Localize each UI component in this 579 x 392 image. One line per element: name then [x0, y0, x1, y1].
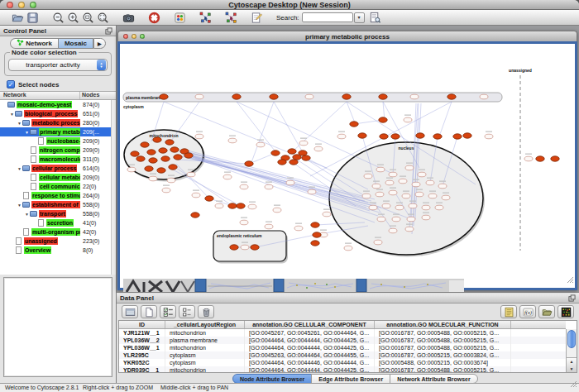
color-attribute-dropdown[interactable]: transporter activity ▲▼	[8, 59, 108, 71]
layout-network-2-icon[interactable]	[223, 11, 238, 25]
network-node-unselected	[372, 184, 380, 189]
zoom-selected-icon[interactable]	[80, 11, 95, 25]
tree-row[interactable]: response to stimulu264(0)	[0, 191, 116, 200]
table-row[interactable]: YDR039C__1mitochondrion[GO:0044464, GO:0…	[119, 366, 566, 372]
network-graph[interactable]: plasma membranecytoplasmmitochondrionnuc…	[120, 44, 575, 288]
table-row[interactable]: YPL036W__1mitochondrion[GO:0044464, GO:0…	[119, 344, 566, 351]
expander-icon[interactable]: ▼	[24, 212, 30, 217]
tree-row-count: 311(0)	[80, 156, 99, 162]
float-data-panel-icon[interactable]	[568, 294, 576, 302]
table-scrollbar[interactable]: ▲▼	[566, 329, 577, 372]
table-scrollbar-arrows[interactable]: ▲▼	[567, 357, 577, 372]
network-node-highlighted	[136, 156, 145, 161]
zoom-out-icon[interactable]	[50, 11, 65, 25]
attribute-list-icon[interactable]	[500, 305, 517, 318]
network-node-unselected	[422, 215, 430, 220]
search-input[interactable]	[302, 12, 353, 22]
control-panel-header: Control Panel	[0, 26, 116, 36]
tree-row[interactable]: ▼biological_process651(0)	[0, 109, 116, 118]
window-resize-grip-icon[interactable]	[570, 375, 577, 390]
tree-row[interactable]: ▼primary metabol209(...	[0, 127, 116, 136]
window-titlebar[interactable]: Cytoscape Desktop (New Session)	[0, 0, 579, 10]
tree-row[interactable]: unassigned223(0)	[0, 237, 116, 246]
select-nodes-checkbox[interactable]: ✓	[7, 80, 15, 88]
expander-icon[interactable]: ▼	[24, 130, 30, 135]
vizmapper-icon[interactable]	[172, 11, 187, 25]
annotation-icon[interactable]	[249, 11, 264, 25]
column-header[interactable]: ID	[119, 321, 165, 328]
save-icon[interactable]	[25, 11, 40, 25]
help-icon[interactable]	[146, 11, 161, 25]
column-header[interactable]: annotation.GO MOLECULAR_FUNCTION	[375, 321, 511, 328]
network-view-window[interactable]: primary metabolic process plasma membran…	[117, 31, 577, 290]
tree-row[interactable]: cellular metabol209(0)	[0, 173, 116, 182]
network-node-highlighted	[311, 222, 319, 227]
network-window-title: primary metabolic process	[118, 33, 577, 41]
function-builder-icon[interactable]: f(x)	[519, 305, 536, 318]
column-header[interactable]: annotation.GO CELLULAR_COMPONENT	[245, 321, 375, 328]
tab-overflow-arrow[interactable]: ▶	[93, 38, 106, 49]
table-row[interactable]: YJR121W__1mitochondrion[GO:0045267, GO:0…	[119, 329, 566, 337]
network-node-highlighted	[184, 153, 193, 158]
tree-row-label: response to stimulu	[31, 192, 80, 199]
import-folder-icon[interactable]	[538, 305, 555, 318]
zoom-in-icon[interactable]	[65, 11, 80, 25]
zoom-fit-icon[interactable]	[95, 11, 110, 25]
expander-icon[interactable]: ▼	[9, 112, 15, 117]
new-doc-icon[interactable]	[141, 305, 157, 318]
network-node-unselected	[215, 203, 223, 208]
table-icon[interactable]	[122, 305, 138, 318]
delete-icon[interactable]	[198, 305, 214, 318]
toolbar-group	[146, 11, 161, 25]
tree-row[interactable]: ▼metabolic process280(0)	[0, 118, 116, 127]
expander-icon[interactable]: ▼	[17, 203, 22, 208]
tree-row[interactable]: cell communicat22(0)	[0, 182, 116, 191]
search-dropdown-button[interactable]: ▾	[354, 12, 365, 23]
tree-row[interactable]: secretion41(0)	[0, 218, 116, 227]
matrix-icon[interactable]	[557, 305, 574, 318]
snapshot-icon[interactable]	[121, 11, 136, 25]
tree-row[interactable]: nucleobase-209(0)	[0, 136, 116, 146]
tree-row[interactable]: multi-organism pro42(0)	[0, 227, 116, 237]
network-node-highlighted	[379, 117, 387, 122]
expander-icon[interactable]: ▼	[17, 166, 22, 171]
table-row[interactable]: YKR052Ccytoplasm[GO:0044464, GO:0044446,…	[119, 359, 566, 366]
tree-row[interactable]: macromolecule311(0)	[0, 155, 116, 164]
tree-row[interactable]: nitrogen compo209(0)	[0, 146, 116, 155]
select-columns-icon[interactable]	[179, 305, 195, 318]
tree-row-label: nitrogen compo	[39, 146, 80, 154]
tree-row[interactable]: ▼transport558(0)	[0, 209, 116, 218]
tree-row[interactable]: mosaic-demo-yeast874(0)	[0, 100, 116, 109]
table-row[interactable]: YLR295Ccytoplasm[GO:0045263, GO:0044464,…	[119, 351, 566, 359]
network-node-unselected	[240, 220, 248, 225]
expander-icon[interactable]: ▼	[17, 121, 22, 126]
table-cell: cytoplasm	[165, 351, 245, 359]
layout-network-icon[interactable]	[198, 11, 213, 25]
tab-mosaic[interactable]: Mosaic	[58, 38, 93, 49]
network-node-unselected	[410, 94, 419, 99]
network-window-titlebar[interactable]: primary metabolic process	[117, 31, 577, 41]
birds-eye-view[interactable]	[3, 277, 112, 377]
browser-tabs-row: Node Attribute BrowserEdge Attribute Bro…	[117, 373, 579, 383]
file-icon	[31, 183, 36, 190]
tree-row[interactable]: ▼establishment of lo558(0)	[0, 200, 116, 209]
tab-network[interactable]: Network	[10, 38, 58, 49]
tree-row[interactable]: ▼cellular process614(0)	[0, 164, 116, 173]
network-node-unselected	[362, 194, 371, 198]
tree-scrollbar[interactable]	[111, 100, 116, 275]
tree-row-count: 209(0)	[80, 147, 99, 153]
toolbar-group	[172, 11, 187, 25]
network-node-unselected	[376, 192, 384, 197]
search-config-icon[interactable]	[368, 11, 383, 25]
network-node-highlighted	[153, 137, 161, 142]
tree-row[interactable]: Overview8(0)	[0, 246, 116, 255]
resize-grip-icon[interactable]	[567, 271, 573, 286]
select-attributes-icon[interactable]	[160, 305, 176, 318]
float-panel-icon[interactable]	[105, 27, 112, 35]
column-header[interactable]: _cellularLayoutRegion	[165, 321, 245, 328]
open-icon[interactable]	[10, 11, 25, 25]
network-canvas[interactable]: plasma membranecytoplasmmitochondrionnuc…	[117, 41, 577, 290]
table-scrollbar-thumb[interactable]	[567, 330, 576, 348]
tree-row-count: 223(0)	[80, 238, 99, 244]
table-row[interactable]: YPL036W__2plasma membrane[GO:0044464, GO…	[119, 337, 566, 344]
